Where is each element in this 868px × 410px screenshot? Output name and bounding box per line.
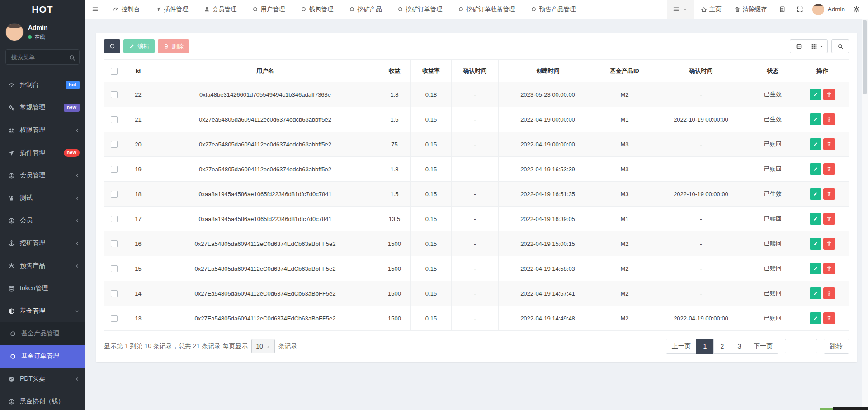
row-checkbox[interactable] [111,240,118,247]
sidebar-item-label: 插件管理 [20,149,64,157]
fullscreen-icon[interactable] [791,6,809,13]
row-delete-button[interactable] [823,89,835,100]
row-checkbox[interactable] [111,216,118,222]
home-button[interactable]: 主页 [694,5,728,14]
row-delete-button[interactable] [823,312,835,324]
data-table: Id用户名收益收益率确认时间创建时间基金产品ID确认时间状态操作 220xfa4… [104,59,849,331]
topnav-tab-mining-product[interactable]: 挖矿产品 [341,0,390,19]
sidebar-item-clipped-bottom-item[interactable]: 黑金协创（线） [0,390,85,410]
search-icon[interactable] [69,53,75,61]
record-summary-before: 显示第 1 到第 10 条记录，总共 21 条记录 每页显示 [104,342,248,350]
sidebar-item-presale-product[interactable]: 预售产品 [0,254,85,277]
scrollbar-track[interactable] [862,19,868,410]
sidebar-submenu: 基金产品管理基金订单管理 [0,322,85,368]
row-checkbox[interactable] [111,265,118,272]
jump-button[interactable]: 跳转 [824,339,849,354]
delete-button[interactable]: 删除 [158,39,189,53]
row-edit-button[interactable] [810,312,821,324]
row-edit-button[interactable] [810,213,821,225]
asterisk-icon [8,263,15,269]
cell-confirm_time: - [452,231,499,256]
topnav-tab-mining-order-income-management[interactable]: 挖矿订单收益管理 [450,0,523,19]
jump-page-input[interactable] [785,339,817,353]
row-checkbox[interactable] [111,290,118,297]
topnav-tab-user-management[interactable]: 用户管理 [245,0,293,19]
cell-income: 13.5 [378,207,411,231]
navbar-username[interactable]: Admin [824,6,849,13]
select-all-checkbox[interactable] [111,68,118,75]
page-button-1[interactable]: 1 [696,339,714,354]
gear-icon[interactable] [849,6,868,13]
row-checkbox[interactable] [111,315,118,322]
row-edit-button[interactable] [810,287,821,299]
search-toggle-button[interactable] [831,39,849,53]
row-edit-button[interactable] [810,163,821,175]
refresh-button[interactable] [104,39,120,53]
row-delete-button[interactable] [823,238,835,250]
row-edit-button[interactable] [810,138,821,150]
cell-product_id: M2 [597,281,652,306]
sidebar-item-pdt-trade[interactable]: PDT买卖 [0,368,85,390]
topnav-tab-mining-order-management[interactable]: 挖矿订单管理 [390,0,450,19]
row-delete-button[interactable] [823,213,835,225]
scrollbar-thumb[interactable] [863,20,867,94]
row-checkbox[interactable] [111,116,118,123]
sidebar-item-member[interactable]: 会员 [0,209,85,232]
row-delete-button[interactable] [823,138,835,150]
sidebar-item-fund-order-management[interactable]: 基金订单管理 [0,345,85,368]
row-delete-button[interactable] [823,188,835,200]
sidebar-item-plugin-management[interactable]: 插件管理new [0,141,85,164]
cell-create_time: 2022-04-19 16:39:05 [499,207,597,231]
clear-cache-button[interactable]: 清除缓存 [728,5,774,14]
sidebar-toggle-icon[interactable] [85,6,105,13]
sidebar-item-token-management[interactable]: token管理 [0,277,85,300]
cell-product_id: M2 [597,256,652,281]
topnav-tab-wallet-management[interactable]: 钱包管理 [293,0,341,19]
page-button-2[interactable]: 2 [713,339,731,354]
page-size-select[interactable]: 10 [251,339,275,353]
row-delete-button[interactable] [823,287,835,299]
columns-button[interactable] [790,39,807,53]
row-delete-button[interactable] [823,163,835,175]
row-edit-button[interactable] [810,89,821,100]
search-icon [69,54,75,61]
sidebar-item-mining-management[interactable]: 挖矿管理 [0,232,85,254]
circle-icon [458,6,464,12]
sidebar-item-fund-management[interactable]: 基金管理 [0,300,85,322]
sidebar-item-member-management[interactable]: 会员管理 [0,164,85,187]
bottom-peek-green-element [820,408,833,410]
row-delete-button[interactable] [823,113,835,125]
user-circle-icon [8,217,15,224]
cell-income: 1500 [378,231,411,256]
row-checkbox[interactable] [111,141,118,148]
prev-page-button[interactable]: 上一页 [666,339,697,354]
row-checkbox[interactable] [111,191,118,198]
row-checkbox[interactable] [111,91,118,98]
sidebar-item-fund-product-management[interactable]: 基金产品管理 [0,322,85,345]
navbar-avatar[interactable] [812,4,824,15]
row-edit-button[interactable] [810,113,821,125]
row-checkbox[interactable] [111,166,118,173]
sidebar-item-general-management[interactable]: 常规管理new [0,96,85,119]
view-toggle-button[interactable] [807,39,828,53]
edit-button[interactable]: 编辑 [123,39,155,53]
row-edit-button[interactable] [810,238,821,250]
row-edit-button[interactable] [810,263,821,274]
topnav-tab-member-management[interactable]: 会员管理 [196,0,245,19]
docs-icon[interactable] [774,6,791,13]
pencil-icon [813,117,818,122]
topnav-tab-console[interactable]: 控制台 [105,0,148,19]
users-icon [8,127,15,134]
sidebar-item-console[interactable]: 控制台hot [0,74,85,96]
row-delete-button[interactable] [823,263,835,274]
cell-checkbox [104,207,124,231]
row-edit-button[interactable] [810,188,821,200]
topnav-tab-presale-product-management[interactable]: 预售产品管理 [523,0,584,19]
tabs-dropdown-button[interactable] [667,0,694,19]
sidebar-item-auth-management[interactable]: 权限管理 [0,119,85,141]
sidebar-item-test[interactable]: 测试 [0,187,85,209]
page-button-3[interactable]: 3 [731,339,748,354]
column-header: Id [124,60,152,82]
topnav-tab-plugin-management[interactable]: 插件管理 [148,0,196,19]
next-page-button[interactable]: 下一页 [748,339,778,354]
